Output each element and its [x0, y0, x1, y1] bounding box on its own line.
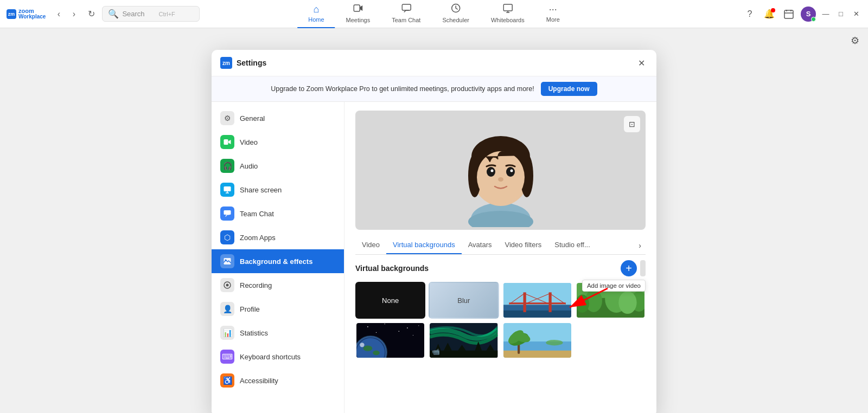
- modal-title: Settings: [237, 59, 266, 67]
- svg-point-58: [413, 335, 413, 335]
- background-aurora[interactable]: 📹: [429, 322, 499, 359]
- nav-tab-home[interactable]: ⌂ Home: [297, 0, 335, 28]
- tab-studio-effects[interactable]: Studio eff...: [548, 236, 597, 254]
- sidebar-item-share-screen[interactable]: Share screen: [212, 178, 344, 202]
- calendar-icon-button[interactable]: [781, 7, 796, 22]
- sidebar-label-keyboard-shortcuts: Keyboard shortcuts: [240, 353, 301, 361]
- video-preview: ⊡: [355, 111, 646, 230]
- sidebar-item-accessibility[interactable]: ♿ Accessibility: [212, 369, 344, 392]
- nav-tab-scheduler[interactable]: Scheduler: [431, 0, 480, 28]
- app-logo: zm zoom Workplace: [7, 8, 46, 20]
- svg-rect-74: [503, 351, 571, 358]
- sidebar-item-keyboard-shortcuts[interactable]: ⌨ Keyboard shortcuts: [212, 345, 344, 369]
- nav-more-label: More: [546, 16, 560, 23]
- svg-point-27: [506, 167, 515, 177]
- sidebar-item-recording[interactable]: Recording: [212, 273, 344, 297]
- content-tabs: Video Virtual backgrounds Avatars Video …: [355, 236, 646, 255]
- tabs-more-button[interactable]: ›: [634, 238, 646, 253]
- nav-back-button[interactable]: ‹: [52, 8, 65, 21]
- scheduler-icon: [451, 3, 461, 16]
- svg-rect-6: [784, 10, 793, 18]
- svg-point-54: [407, 327, 408, 328]
- sidebar-label-general: General: [240, 114, 265, 122]
- virtual-backgrounds-header: Virtual backgrounds + Add image or video: [355, 260, 646, 276]
- keyboard-shortcuts-icon: ⌨: [220, 350, 234, 364]
- upgrade-now-button[interactable]: Upgrade now: [541, 82, 597, 96]
- background-none[interactable]: None: [355, 282, 425, 319]
- svg-point-30: [498, 177, 503, 182]
- settings-sidebar: ⚙ General Video 🎧 Audio S: [212, 102, 344, 413]
- background-bridge[interactable]: [502, 282, 572, 319]
- app-sub: Workplace: [18, 14, 46, 20]
- add-background-button[interactable]: + Add image or video: [621, 260, 637, 276]
- gear-settings-button[interactable]: ⚙: [851, 35, 859, 47]
- svg-point-57: [399, 331, 399, 332]
- sidebar-item-audio[interactable]: 🎧 Audio: [212, 154, 344, 178]
- svg-point-52: [367, 326, 368, 327]
- none-label: None: [382, 296, 399, 305]
- user-avatar[interactable]: S: [801, 7, 816, 22]
- nav-tab-more[interactable]: ··· More: [535, 0, 571, 28]
- tab-virtual-backgrounds[interactable]: Virtual backgrounds: [386, 236, 462, 254]
- nav-tab-meetings[interactable]: Meetings: [335, 0, 381, 28]
- nav-scheduler-label: Scheduler: [442, 17, 469, 23]
- sidebar-label-zoom-apps: Zoom Apps: [240, 234, 276, 242]
- sidebar-label-statistics: Statistics: [240, 329, 268, 337]
- svg-point-55: [418, 325, 419, 326]
- add-icon: +: [626, 262, 632, 275]
- sidebar-item-statistics[interactable]: 📊 Statistics: [212, 321, 344, 345]
- sidebar-label-share-screen: Share screen: [240, 186, 282, 194]
- avatar-initial: S: [806, 10, 811, 18]
- share-screen-icon: [220, 183, 234, 197]
- sidebar-item-background-effects[interactable]: Background & effects: [212, 249, 344, 273]
- background-beach[interactable]: [502, 322, 572, 359]
- tab-video-filters[interactable]: Video filters: [499, 236, 548, 254]
- blur-label: Blur: [457, 296, 470, 305]
- svg-rect-38: [548, 292, 551, 312]
- svg-point-26: [487, 167, 495, 177]
- sidebar-label-video: Video: [240, 138, 258, 146]
- tab-avatars[interactable]: Avatars: [462, 236, 499, 254]
- preview-expand-button[interactable]: ⊡: [624, 116, 640, 132]
- audio-icon: 🎧: [220, 159, 234, 173]
- sidebar-item-video[interactable]: Video: [212, 130, 344, 154]
- svg-rect-36: [503, 311, 571, 318]
- avatar-cartoon: [446, 113, 555, 227]
- video-icon-overlay: 📹: [432, 348, 440, 356]
- nav-forward-button[interactable]: ›: [67, 8, 80, 21]
- svg-rect-11: [224, 186, 231, 191]
- tab-video[interactable]: Video: [355, 236, 386, 254]
- recording-icon: [220, 278, 234, 292]
- sidebar-label-recording: Recording: [240, 281, 272, 289]
- search-icon: 🔍: [108, 9, 119, 19]
- svg-point-28: [490, 170, 493, 172]
- sidebar-item-zoom-apps[interactable]: ⬡ Zoom Apps: [212, 225, 344, 249]
- user-status-indicator: [811, 17, 816, 22]
- topbar: zm zoom Workplace ‹ › ↻ 🔍 Search Ctrl+F …: [0, 0, 868, 28]
- search-shortcut: Ctrl+F: [159, 11, 175, 17]
- sidebar-label-team-chat: Team Chat: [240, 210, 274, 218]
- background-space[interactable]: [355, 322, 425, 359]
- nav-history-button[interactable]: ↻: [85, 8, 98, 21]
- video-icon: [220, 135, 234, 149]
- team-chat-icon: [401, 3, 411, 16]
- modal-close-button[interactable]: ✕: [635, 56, 648, 69]
- notifications-button[interactable]: 🔔: [762, 7, 777, 22]
- nav-tab-team-chat[interactable]: Team Chat: [381, 0, 431, 28]
- search-bar[interactable]: 🔍 Search Ctrl+F: [102, 6, 200, 22]
- svg-point-50: [618, 291, 636, 314]
- nav-teamchat-label: Team Chat: [392, 17, 420, 23]
- help-button[interactable]: ?: [742, 7, 757, 22]
- sidebar-item-team-chat[interactable]: Team Chat: [212, 202, 344, 225]
- nav-tab-whiteboards[interactable]: Whiteboards: [480, 0, 535, 28]
- svg-point-29: [510, 170, 513, 172]
- close-button[interactable]: ✕: [851, 9, 861, 20]
- minimize-button[interactable]: —: [820, 9, 831, 20]
- maximize-button[interactable]: □: [835, 9, 846, 20]
- main-area: ⚙ zm Settings ✕ Upgrade to Zoom Workplac…: [0, 28, 868, 413]
- svg-point-18: [226, 284, 229, 287]
- svg-rect-3: [503, 4, 512, 11]
- background-blur[interactable]: Blur: [429, 282, 499, 319]
- sidebar-item-profile[interactable]: 👤 Profile: [212, 297, 344, 321]
- sidebar-item-general[interactable]: ⚙ General: [212, 106, 344, 130]
